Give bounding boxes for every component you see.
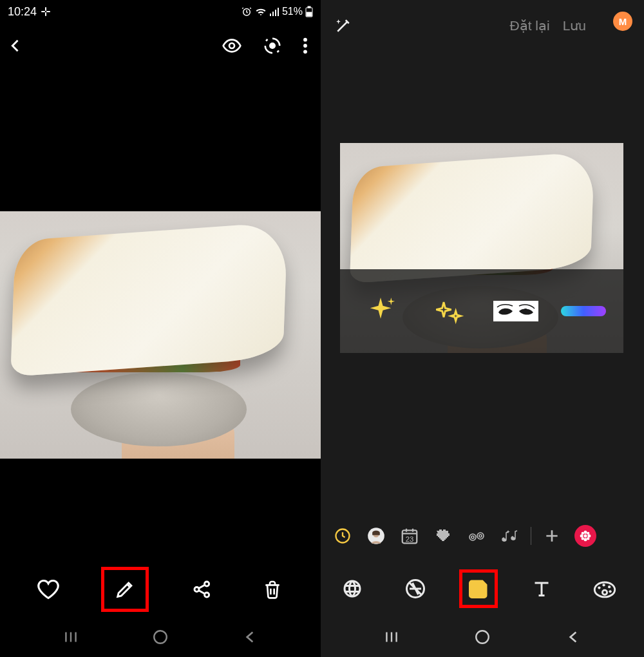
svg-point-22: [504, 309, 508, 314]
svg-point-30: [469, 534, 476, 540]
home-nav[interactable]: [152, 629, 169, 645]
editor-tool-bar: [321, 560, 644, 617]
svg-rect-5: [270, 14, 271, 16]
svg-point-39: [580, 535, 583, 538]
status-right: 51%: [241, 6, 313, 17]
save-button[interactable]: Lưu: [563, 18, 586, 33]
gallery-viewer-screen: 10:24 51%: [0, 0, 321, 657]
svg-point-31: [471, 536, 474, 538]
back-button[interactable]: [6, 37, 24, 55]
sticker-eyes[interactable]: [493, 289, 538, 334]
svg-rect-6: [272, 12, 274, 16]
svg-point-48: [480, 587, 483, 589]
svg-text:23: 23: [406, 535, 414, 543]
svg-point-38: [584, 538, 587, 541]
delete-button[interactable]: [255, 572, 290, 607]
battery-text: 51%: [282, 6, 303, 17]
cat-recent[interactable]: [328, 522, 357, 550]
svg-point-47: [475, 587, 477, 589]
nav-bar: [321, 617, 644, 657]
cat-calendar[interactable]: 23: [395, 522, 424, 550]
svg-point-42: [587, 532, 589, 535]
more-options-icon[interactable]: [303, 37, 308, 55]
editor-top-bar: Đặt lại Lưu: [321, 0, 644, 52]
tool-text[interactable]: [522, 569, 561, 608]
status-time: 10:24: [8, 5, 37, 19]
svg-point-37: [584, 531, 587, 534]
cat-avatar[interactable]: [362, 522, 390, 550]
edit-button[interactable]: [101, 567, 149, 612]
recents-nav[interactable]: [383, 629, 400, 645]
svg-point-23: [524, 309, 527, 314]
profile-badge[interactable]: M: [613, 12, 632, 31]
tool-draw[interactable]: [585, 569, 624, 608]
svg-rect-3: [46, 11, 50, 12]
viewer-bottom-bar: [0, 562, 321, 617]
signal-icon: [269, 6, 279, 17]
wifi-icon: [255, 6, 267, 17]
photo-preview[interactable]: [0, 211, 321, 459]
svg-point-54: [609, 590, 611, 593]
svg-rect-7: [275, 10, 276, 16]
category-divider: [531, 527, 531, 545]
svg-rect-0: [45, 7, 46, 11]
nav-bar: [0, 617, 321, 657]
svg-point-55: [476, 631, 489, 643]
tool-sticker[interactable]: [459, 569, 498, 608]
tool-crop[interactable]: [333, 569, 372, 608]
svg-point-13: [270, 43, 275, 48]
cat-music-hearts[interactable]: [496, 522, 524, 550]
svg-point-14: [303, 38, 307, 42]
svg-rect-1: [45, 12, 46, 16]
back-nav[interactable]: [565, 629, 582, 645]
svg-point-43: [582, 537, 584, 540]
svg-point-36: [584, 535, 587, 538]
back-nav[interactable]: [242, 629, 258, 645]
svg-point-45: [345, 581, 360, 596]
svg-point-32: [477, 533, 484, 539]
svg-point-44: [587, 537, 589, 540]
recents-nav[interactable]: [62, 629, 79, 645]
sticker-picker-panel: [340, 269, 623, 353]
alarm-icon: [241, 6, 252, 17]
sticker-sparkle-outline[interactable]: [426, 289, 471, 334]
sticker-gradient-bar[interactable]: [561, 289, 606, 334]
status-bar: 10:24 51%: [0, 0, 321, 23]
svg-point-12: [229, 43, 234, 48]
favorite-button[interactable]: [31, 572, 66, 607]
cat-pixel-heart[interactable]: [429, 522, 457, 550]
svg-rect-8: [278, 8, 279, 16]
svg-rect-10: [308, 6, 310, 8]
cat-spiral[interactable]: [462, 522, 491, 550]
photo-editor-screen: Đặt lại Lưu M 23: [321, 0, 644, 657]
svg-rect-11: [307, 12, 312, 16]
svg-point-33: [479, 535, 482, 537]
reset-button[interactable]: Đặt lại: [509, 18, 549, 33]
battery-icon: [305, 6, 313, 17]
status-left: 10:24: [8, 5, 51, 19]
svg-point-16: [303, 50, 307, 53]
home-nav[interactable]: [474, 629, 491, 645]
viewer-top-bar: [0, 23, 321, 68]
tool-filter[interactable]: [396, 569, 435, 608]
cat-store[interactable]: [571, 522, 600, 550]
cat-add[interactable]: [538, 522, 566, 550]
svg-point-35: [512, 537, 515, 540]
svg-point-34: [503, 538, 506, 542]
svg-point-20: [154, 631, 167, 643]
slack-icon: [41, 6, 51, 17]
svg-rect-24: [561, 306, 606, 316]
svg-point-15: [303, 44, 307, 48]
sticker-sparkle-solid[interactable]: [358, 289, 403, 334]
svg-rect-2: [41, 11, 45, 12]
bixby-vision-icon[interactable]: [263, 36, 282, 55]
sticker-category-row: 23: [321, 517, 644, 555]
share-button[interactable]: [185, 572, 220, 607]
svg-point-53: [608, 586, 611, 588]
svg-point-50: [602, 590, 607, 595]
svg-point-40: [587, 535, 591, 538]
svg-point-41: [582, 532, 584, 535]
visibility-icon[interactable]: [222, 35, 242, 56]
auto-enhance-icon[interactable]: [334, 16, 353, 35]
svg-point-52: [602, 584, 605, 586]
